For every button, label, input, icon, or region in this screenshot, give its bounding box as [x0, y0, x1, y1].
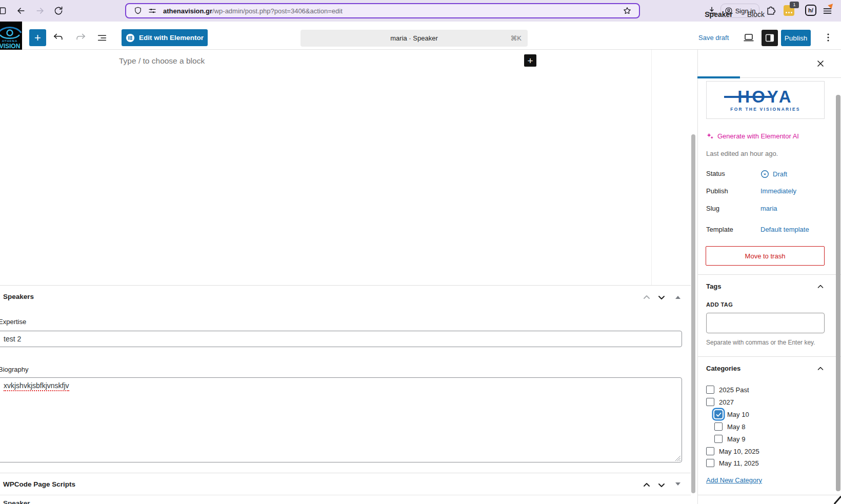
add-tag-label: ADD TAG: [706, 301, 733, 308]
category-checkbox-may-10[interactable]: May 10: [714, 409, 749, 419]
permissions-icon[interactable]: [148, 6, 157, 15]
last-edited-text: Last edited an hour ago.: [706, 150, 778, 157]
command-shortcut: ⌘K: [510, 34, 522, 42]
save-draft-button[interactable]: Save draft: [698, 34, 729, 42]
tab-block[interactable]: Block: [743, 0, 769, 28]
speakers-metabox-title[interactable]: Speakers: [3, 293, 34, 300]
slug-value[interactable]: maria: [760, 205, 777, 212]
publish-button[interactable]: Publish: [781, 30, 811, 46]
elementor-logo-icon: [126, 33, 135, 43]
expertise-input[interactable]: test 2: [0, 331, 682, 347]
resize-handle[interactable]: [674, 455, 680, 461]
back-button[interactable]: [16, 6, 26, 16]
hv-extension-icon[interactable]: h/: [805, 5, 816, 16]
hoya-logo-bar: [724, 96, 773, 98]
move-to-trash-button[interactable]: Move to trash: [706, 246, 825, 266]
move-up-icon[interactable]: [643, 481, 651, 489]
checkbox-icon: [706, 459, 714, 467]
add-tag-input[interactable]: [706, 313, 825, 333]
url-domain: athenavision.gr: [163, 7, 212, 15]
url-path: /wp-admin/post.php?post=3406&action=edit: [212, 7, 343, 15]
featured-image-preview[interactable]: HOYA FOR THE VISIONARIES: [706, 81, 825, 119]
tags-panel-header[interactable]: Tags: [706, 283, 825, 290]
category-checkbox-may-10-2025[interactable]: May 10, 2025: [706, 446, 759, 456]
bookmark-star-icon[interactable]: [623, 6, 632, 15]
redo-icon[interactable]: [75, 32, 86, 43]
undo-icon[interactable]: [53, 32, 64, 43]
main-scrollbar[interactable]: [691, 134, 695, 493]
category-checkbox-may-8[interactable]: May 8: [714, 421, 745, 432]
checkbox-icon: [706, 447, 714, 455]
chevron-up-icon: [816, 365, 825, 373]
settings-sidebar-toggle[interactable]: [762, 30, 778, 46]
expertise-label: Expertise: [0, 318, 26, 326]
publish-label: Publish: [706, 187, 728, 195]
sidebar-toggle-icon[interactable]: [0, 6, 7, 16]
close-sidebar-icon[interactable]: [816, 59, 825, 68]
address-bar[interactable]: athenavision.gr/wp-admin/post.php?post=3…: [125, 3, 640, 18]
empty-block-placeholder[interactable]: Type / to choose a block: [119, 56, 205, 66]
template-label: Template: [706, 226, 733, 233]
corner-element: [834, 495, 841, 504]
checkbox-checked-icon: [714, 410, 723, 418]
status-value[interactable]: Draft: [760, 170, 787, 178]
sidebar-separator: [698, 274, 841, 275]
hoya-logo: HOYA: [737, 88, 793, 105]
category-checkbox-2025-past[interactable]: 2025 Past: [706, 385, 749, 395]
block-inserter-button[interactable]: +: [29, 29, 46, 46]
tab-speaker[interactable]: Speaker: [697, 0, 740, 28]
category-checkbox-may-11-2025[interactable]: May 11, 2025: [706, 458, 759, 468]
category-checkbox-may-9[interactable]: May 9: [714, 434, 745, 444]
category-checkbox-2027[interactable]: 2027: [706, 397, 734, 407]
categories-panel-header[interactable]: Categories: [706, 365, 825, 372]
move-down-icon[interactable]: [657, 293, 666, 301]
checkbox-icon: [714, 435, 723, 443]
biography-textarea[interactable]: xvkjshvkjsbfkjvnskfjv: [0, 377, 682, 462]
template-value[interactable]: Default template: [760, 226, 809, 233]
extension-badge: 1: [790, 2, 799, 8]
slug-row: Slug maria: [706, 205, 825, 214]
sidebar-scrollbar[interactable]: [836, 95, 840, 491]
checkbox-icon: [714, 422, 723, 431]
sidebar-separator: [698, 356, 841, 357]
expand-panel-icon[interactable]: [675, 482, 680, 486]
svg-text:VISION: VISION: [0, 43, 20, 50]
next-metabox-title[interactable]: Speaker: [3, 499, 30, 504]
generate-with-ai-link[interactable]: Generate with Elementor AI: [706, 132, 799, 140]
checkbox-icon: [706, 398, 714, 406]
add-new-category-link[interactable]: Add New Category: [706, 476, 762, 484]
publish-value[interactable]: Immediately: [760, 187, 796, 195]
active-tab-underline: [697, 76, 740, 78]
move-up-icon[interactable]: [643, 293, 651, 301]
command-center[interactable]: maria · Speaker ⌘K: [301, 30, 528, 47]
shield-icon[interactable]: [133, 6, 143, 15]
hoya-tagline: FOR THE VISIONARIES: [730, 107, 800, 112]
move-down-icon[interactable]: [657, 481, 666, 489]
edit-with-elementor-button[interactable]: Edit with Elementor: [122, 29, 208, 46]
document-title: maria · Speaker: [390, 34, 437, 42]
url-text: athenavision.gr/wp-admin/post.php?post=3…: [163, 7, 343, 15]
template-row: Template Default template: [706, 226, 825, 235]
biography-text: xvkjshvkjsbfkjvnskfjv: [4, 381, 69, 391]
canvas-edge-divider: [651, 50, 652, 285]
checkbox-icon: [706, 386, 714, 394]
forward-button[interactable]: [35, 6, 45, 16]
document-overview-icon[interactable]: [96, 32, 108, 43]
sidebar-panel-icon: [764, 32, 775, 44]
site-logo[interactable]: ATHENA VISION: [0, 22, 22, 50]
inline-block-inserter-button[interactable]: +: [524, 54, 536, 67]
sparkles-icon: [706, 132, 714, 140]
tag-help-text: Separate with commas or the Enter key.: [706, 339, 815, 346]
preview-icon[interactable]: [743, 31, 754, 43]
publish-row: Publish Immediately: [706, 187, 825, 196]
wordpress-editor-page: athenavision.gr/wp-admin/post.php?post=3…: [0, 0, 841, 504]
metabox-separator: [0, 495, 691, 495]
options-menu-icon[interactable]: [823, 32, 834, 43]
collapse-panel-icon[interactable]: [675, 296, 680, 299]
metabox-separator: [0, 473, 691, 473]
slug-label: Slug: [706, 205, 719, 212]
metabox-separator: [0, 285, 691, 286]
biography-label: Biography: [0, 366, 29, 373]
wpcode-metabox-title[interactable]: WPCode Page Scripts: [3, 480, 75, 488]
reload-button[interactable]: [53, 6, 64, 16]
